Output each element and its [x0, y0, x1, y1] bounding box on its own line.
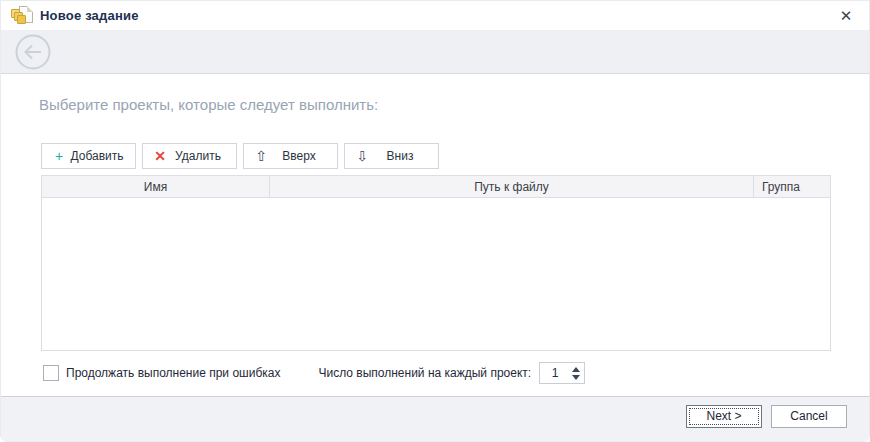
project-toolbar: + Добавить ✕ Удалить ⇧ Вверх ⇩ Вниз [41, 143, 834, 169]
delete-x-icon: ✕ [152, 149, 168, 163]
window-title: Новое задание [40, 8, 139, 23]
executions-count-spinner[interactable]: 1 [539, 362, 585, 384]
add-button[interactable]: + Добавить [41, 143, 136, 169]
spinner-up-icon[interactable] [572, 367, 580, 372]
move-up-button-label: Вверх [269, 149, 329, 163]
arrow-up-icon: ⇧ [253, 149, 269, 163]
column-header-group[interactable]: Группа [754, 176, 830, 197]
titlebar: Новое задание ✕ [1, 1, 869, 30]
continue-on-errors-label: Продолжать выполнение при ошибках [66, 366, 280, 380]
back-arrow-icon [14, 33, 52, 71]
move-down-button-label: Вниз [370, 149, 430, 163]
move-down-button[interactable]: ⇩ Вниз [344, 143, 439, 169]
plus-icon: + [51, 149, 67, 163]
close-icon[interactable]: ✕ [833, 5, 859, 27]
executions-count-value[interactable]: 1 [540, 363, 570, 383]
projects-table-header: Имя Путь к файлу Группа [42, 176, 830, 198]
content-area: Выберите проекты, которые следует выполн… [1, 96, 869, 384]
new-task-dialog: Новое задание ✕ Выберите проекты, которы… [0, 0, 870, 442]
projects-table: Имя Путь к файлу Группа [41, 175, 831, 351]
back-button[interactable] [14, 33, 52, 71]
footer-bar: Next > Cancel [1, 396, 869, 441]
column-header-path[interactable]: Путь к файлу [270, 176, 754, 197]
next-button[interactable]: Next > [686, 405, 762, 428]
spinner-down-icon[interactable] [572, 375, 580, 380]
executions-count-label: Число выполнений на каждый проект: [318, 366, 531, 380]
nav-strip [1, 30, 869, 74]
move-up-button[interactable]: ⇧ Вверх [243, 143, 338, 169]
tasks-icon [11, 6, 33, 26]
add-button-label: Добавить [67, 149, 127, 163]
arrow-down-icon: ⇩ [354, 149, 370, 163]
projects-table-body [42, 198, 830, 350]
cancel-button[interactable]: Cancel [771, 405, 847, 428]
delete-button[interactable]: ✕ Удалить [142, 143, 237, 169]
continue-on-errors-checkbox[interactable] [43, 365, 59, 381]
options-row: Продолжать выполнение при ошибках Число … [43, 362, 834, 384]
delete-button-label: Удалить [168, 149, 228, 163]
instruction-text: Выберите проекты, которые следует выполн… [39, 96, 831, 113]
column-header-name[interactable]: Имя [42, 176, 270, 197]
